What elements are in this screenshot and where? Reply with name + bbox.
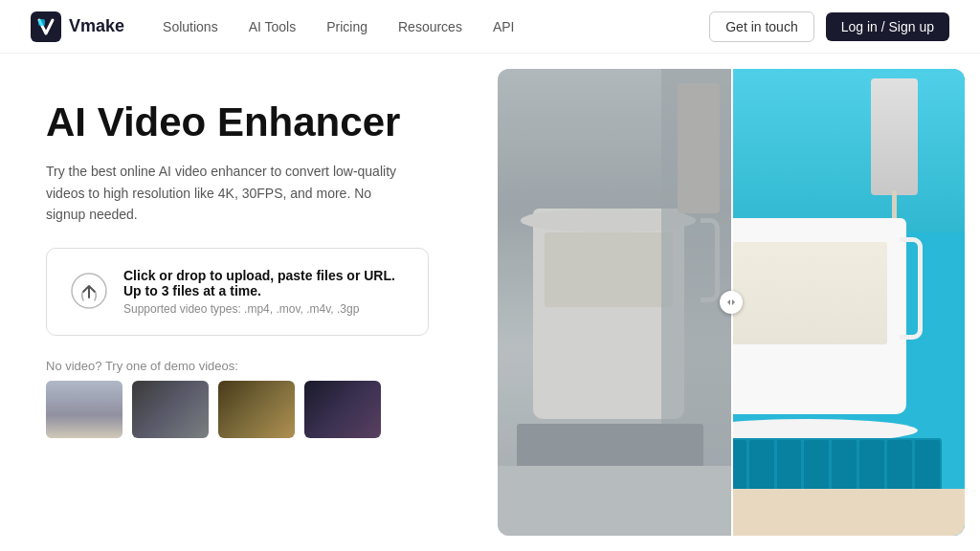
mat-stripe <box>804 440 829 496</box>
nozzle-after <box>871 78 918 195</box>
liquid-after <box>731 242 887 344</box>
nav-api[interactable]: API <box>493 19 515 34</box>
upload-text: Click or drop to upload, paste files or … <box>123 268 405 316</box>
floor-after <box>731 489 965 536</box>
nav-links: Solutions AI Tools Pricing Resources API <box>163 19 709 34</box>
split-handle[interactable] <box>720 291 743 314</box>
mat-stripe <box>731 440 746 496</box>
upload-sub-text: Supported video types: .mp4, .mov, .m4v,… <box>123 302 405 316</box>
upload-icon <box>70 272 108 314</box>
preview-image <box>498 69 965 536</box>
upload-dropzone[interactable]: Click or drop to upload, paste files or … <box>46 248 429 336</box>
nav-pricing[interactable]: Pricing <box>326 19 368 34</box>
before-after-container <box>498 69 965 536</box>
handle-after <box>900 237 923 340</box>
nav-actions: Get in touch Log in / Sign up <box>709 11 949 42</box>
get-in-touch-button[interactable]: Get in touch <box>709 11 814 42</box>
demo-thumb-4[interactable] <box>304 381 381 438</box>
navbar: Vmake Solutions AI Tools Pricing Resourc… <box>0 0 980 54</box>
mat-stripe <box>887 440 912 496</box>
demo-label: No video? Try one of demo videos: <box>46 359 459 373</box>
mat-stripe <box>859 440 884 496</box>
liquid-before <box>545 232 673 307</box>
floor-before <box>498 466 731 536</box>
nozzle-before <box>678 83 720 214</box>
nav-resources[interactable]: Resources <box>398 19 462 34</box>
logo[interactable]: Vmake <box>31 11 124 42</box>
machine-top <box>731 69 965 232</box>
mat-stripe <box>832 440 857 496</box>
logo-text: Vmake <box>69 16 124 36</box>
upload-main-text: Click or drop to upload, paste files or … <box>123 268 405 298</box>
demo-thumb-3[interactable] <box>218 381 295 438</box>
svg-rect-0 <box>38 19 45 26</box>
demo-section: No video? Try one of demo videos: <box>46 351 459 438</box>
demo-thumbs <box>46 381 459 438</box>
demo-thumb-2[interactable] <box>132 381 209 438</box>
nav-ai-tools[interactable]: AI Tools <box>249 19 297 34</box>
image-before <box>498 69 731 536</box>
main-content: AI Video Enhancer Try the best online AI… <box>0 54 980 551</box>
vmake-logo-icon <box>31 11 61 42</box>
login-signup-button[interactable]: Log in / Sign up <box>826 12 949 41</box>
hero-subtitle: Try the best online AI video enhancer to… <box>46 161 410 225</box>
left-panel: AI Video Enhancer Try the best online AI… <box>0 54 498 551</box>
mat-stripe <box>915 440 940 496</box>
image-after <box>731 69 965 536</box>
nav-solutions[interactable]: Solutions <box>163 19 218 34</box>
hero-title: AI Video Enhancer <box>46 99 459 145</box>
mat-stripe <box>749 440 774 496</box>
demo-thumb-1[interactable] <box>46 381 122 438</box>
mat-stripe <box>777 440 802 496</box>
